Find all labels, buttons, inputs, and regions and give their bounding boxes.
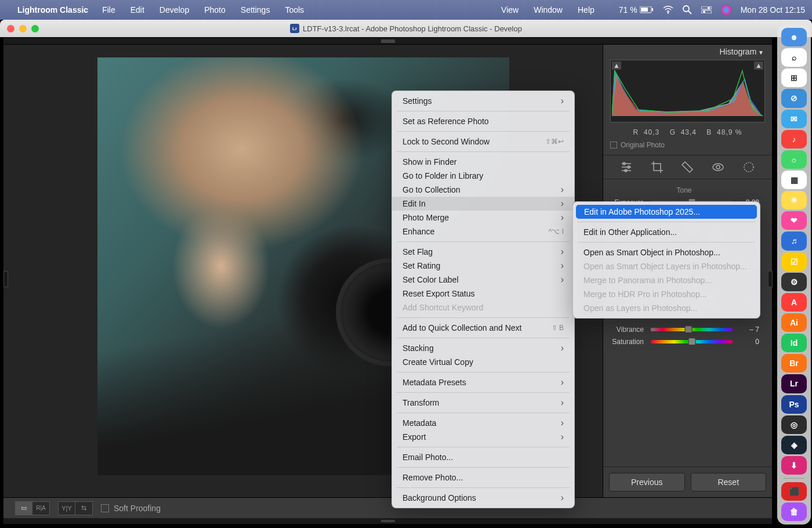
cm-add-quick[interactable]: Add to Quick Collection and Next⇧ B — [392, 321, 574, 335]
dock-icon-20[interactable]: ◈ — [781, 436, 807, 454]
cm-reset-export[interactable]: Reset Export Status — [392, 287, 574, 301]
left-panel-handle[interactable] — [3, 271, 8, 287]
cm-go-folder[interactable]: Go to Folder in Library — [392, 169, 574, 183]
cm-lock-second[interactable]: Lock to Second Window⇧⌘↩ — [392, 135, 574, 149]
edit-sliders-icon[interactable] — [619, 160, 633, 174]
sm-edit-other[interactable]: Edit in Other Application... — [573, 225, 760, 239]
dock-icon-17[interactable]: Lr — [781, 374, 807, 393]
svg-rect-1 — [641, 8, 648, 12]
cm-email[interactable]: Email Photo... — [392, 450, 574, 464]
search-icon[interactable] — [683, 5, 692, 15]
menu-develop[interactable]: Develop — [160, 5, 189, 15]
cm-set-flag[interactable]: Set Flag — [392, 245, 574, 259]
siri-icon[interactable] — [721, 5, 731, 15]
slider-vibrance[interactable]: Vibrance– 7 — [609, 324, 759, 335]
cm-metadata[interactable]: Metadata — [392, 416, 574, 430]
cm-set-rating[interactable]: Set Rating — [392, 259, 574, 273]
cm-meta-presets[interactable]: Metadata Presets — [392, 375, 574, 389]
dock-icon-22[interactable]: ⬛ — [781, 482, 807, 501]
dock-icon-14[interactable]: Ai — [781, 313, 807, 332]
cm-edit-in[interactable]: Edit In — [392, 197, 574, 211]
cm-virtual-copy[interactable]: Create Virtual Copy — [392, 355, 574, 369]
slider-saturation[interactable]: Saturation0 — [609, 336, 759, 348]
cm-remove[interactable]: Remove Photo... — [392, 471, 574, 484]
dock-icon-12[interactable]: ⚙ — [781, 273, 807, 291]
dock-icon-1[interactable]: ⌕ — [781, 48, 807, 67]
cm-photo-merge[interactable]: Photo Merge — [392, 211, 574, 225]
masking-icon[interactable] — [742, 160, 756, 174]
dock-icon-23[interactable]: 🗑 — [781, 502, 807, 521]
dock-icon-11[interactable]: ☑ — [781, 252, 807, 271]
soft-proofing-checkbox[interactable]: Soft Proofing — [101, 504, 161, 513]
dock-icon-8[interactable]: ☀ — [781, 191, 807, 209]
previous-button[interactable]: Previous — [609, 473, 685, 491]
original-photo-checkbox[interactable]: Original Photo — [610, 141, 765, 149]
menu-file[interactable]: File — [102, 5, 115, 15]
dock-icon-19[interactable]: ◎ — [781, 415, 807, 434]
control-center-icon[interactable] — [701, 6, 712, 13]
histogram-header[interactable]: Histogram — [603, 45, 772, 59]
menu-view[interactable]: View — [501, 5, 519, 15]
svg-rect-2 — [652, 8, 653, 11]
cm-settings[interactable]: Settings — [392, 94, 574, 108]
traffic-lights — [7, 25, 39, 32]
menu-edit[interactable]: Edit — [130, 5, 144, 15]
cm-go-collection[interactable]: Go to Collection — [392, 183, 574, 197]
cm-transform[interactable]: Transform — [392, 396, 574, 410]
cm-set-ref[interactable]: Set as Reference Photo — [392, 114, 574, 128]
dock-icon-7[interactable]: ▦ — [781, 171, 807, 189]
cm-export[interactable]: Export — [392, 430, 574, 444]
panel-grip-bottom[interactable] — [3, 518, 772, 524]
svg-point-18 — [744, 162, 753, 172]
sm-edit-ps[interactable]: Edit in Adobe Photoshop 2025... — [576, 205, 757, 219]
cm-enhance[interactable]: Enhance^⌥ I — [392, 225, 574, 238]
cm-bg-opts[interactable]: Background Options — [392, 491, 574, 505]
svg-point-4 — [683, 6, 689, 12]
dock-icon-5[interactable]: ♪ — [781, 130, 807, 149]
histogram[interactable]: ▲ ▲ — [610, 60, 765, 122]
cm-stacking[interactable]: Stacking — [392, 341, 574, 355]
loupe-view-button[interactable]: ▭ — [15, 501, 32, 515]
clock[interactable]: Mon 28 Oct 12:15 — [741, 5, 805, 15]
menu-window[interactable]: Window — [534, 5, 563, 15]
battery-indicator[interactable]: 71 % — [619, 5, 654, 15]
dock-icon-9[interactable]: ❤ — [781, 211, 807, 230]
dock-icon-16[interactable]: Br — [781, 354, 807, 373]
panel-grip-top[interactable] — [3, 38, 772, 45]
wifi-icon[interactable] — [663, 6, 673, 14]
dock-icon-4[interactable]: ✉ — [781, 110, 807, 128]
dock-icon-21[interactable]: ⬇ — [781, 456, 807, 475]
dock-icon-6[interactable]: ☼ — [781, 150, 807, 169]
dock-icon-15[interactable]: Id — [781, 334, 807, 352]
menu-tools[interactable]: Tools — [285, 5, 304, 15]
bottom-toolbar: ▭ R|A Y|Y ⇆ Soft Proofing — [3, 497, 772, 518]
compare-yy-button[interactable]: Y|Y — [58, 501, 75, 515]
dock-icon-18[interactable]: Ps — [781, 395, 807, 414]
svg-point-16 — [713, 164, 723, 171]
app-name[interactable]: Lightroom Classic — [17, 5, 88, 15]
cm-set-color[interactable]: Set Color Label — [392, 273, 574, 287]
redeye-icon[interactable] — [711, 160, 725, 174]
crop-icon[interactable] — [650, 160, 664, 174]
reset-button[interactable]: Reset — [691, 473, 767, 491]
compare-swap-button[interactable]: ⇆ — [75, 501, 93, 515]
menu-photo[interactable]: Photo — [204, 5, 226, 15]
menu-settings[interactable]: Settings — [241, 5, 270, 15]
maximize-button[interactable] — [31, 25, 39, 32]
sm-smart-obj[interactable]: Open as Smart Object in Photoshop... — [573, 245, 760, 259]
menu-help[interactable]: Help — [578, 5, 594, 15]
dock-icon-2[interactable]: ⊞ — [781, 68, 807, 87]
right-panel-handle[interactable] — [768, 271, 773, 287]
dock-icon-3[interactable]: ⊘ — [781, 89, 807, 107]
minimize-button[interactable] — [19, 25, 27, 32]
tool-strip — [603, 155, 772, 179]
lrc-icon: Lr — [290, 24, 299, 33]
dock-icon-0[interactable]: ☻ — [781, 28, 807, 46]
close-button[interactable] — [7, 25, 14, 32]
healing-icon[interactable] — [680, 160, 694, 174]
dock-icon-13[interactable]: A — [781, 293, 807, 312]
cm-show-finder[interactable]: Show in Finder — [392, 155, 574, 169]
dock-icon-10[interactable]: ♬ — [781, 232, 807, 250]
compare-group: Y|Y ⇆ — [58, 501, 93, 515]
before-after-lr-button[interactable]: R|A — [32, 501, 50, 515]
